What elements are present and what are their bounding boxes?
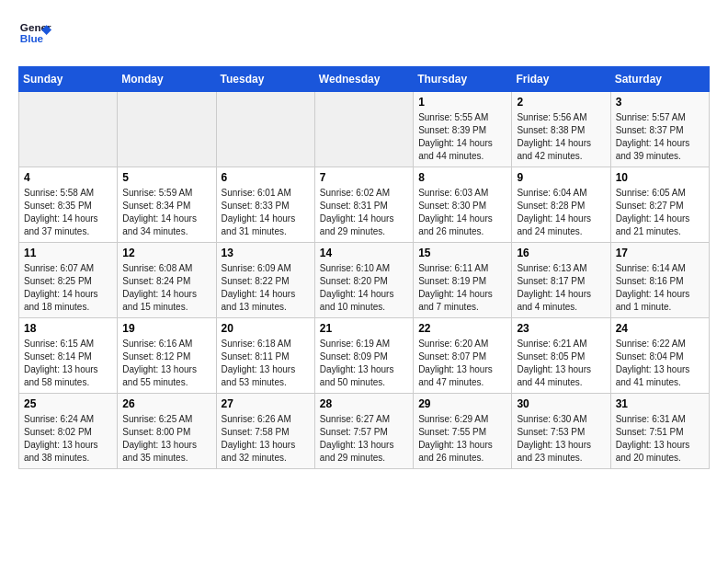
day-number: 30 (517, 397, 605, 410)
day-cell: 10Sunrise: 6:05 AM Sunset: 8:27 PM Dayli… (610, 167, 709, 243)
day-cell: 22Sunrise: 6:20 AM Sunset: 8:07 PM Dayli… (414, 318, 512, 394)
day-cell (19, 92, 118, 167)
day-cell: 27Sunrise: 6:26 AM Sunset: 7:58 PM Dayli… (216, 394, 314, 469)
day-info: Sunrise: 6:20 AM Sunset: 8:07 PM Dayligh… (418, 338, 506, 389)
logo: General Blue (18, 18, 51, 52)
day-number: 6 (222, 171, 310, 184)
day-cell: 6Sunrise: 6:01 AM Sunset: 8:33 PM Daylig… (216, 167, 314, 243)
day-number: 8 (418, 171, 506, 184)
day-cell: 2Sunrise: 5:56 AM Sunset: 8:38 PM Daylig… (512, 92, 610, 167)
day-cell: 30Sunrise: 6:30 AM Sunset: 7:53 PM Dayli… (512, 394, 610, 469)
day-number: 1 (418, 96, 506, 109)
day-info: Sunrise: 6:15 AM Sunset: 8:14 PM Dayligh… (24, 338, 112, 389)
day-info: Sunrise: 6:29 AM Sunset: 7:55 PM Dayligh… (418, 413, 506, 465)
day-info: Sunrise: 6:11 AM Sunset: 8:19 PM Dayligh… (418, 262, 506, 314)
day-info: Sunrise: 5:57 AM Sunset: 8:37 PM Dayligh… (616, 111, 704, 163)
day-info: Sunrise: 5:56 AM Sunset: 8:38 PM Dayligh… (517, 111, 605, 163)
svg-text:Blue: Blue (20, 32, 44, 44)
day-number: 16 (517, 247, 605, 259)
day-number: 7 (320, 171, 408, 184)
day-info: Sunrise: 6:05 AM Sunset: 8:27 PM Dayligh… (616, 187, 704, 238)
day-info: Sunrise: 6:21 AM Sunset: 8:05 PM Dayligh… (517, 338, 605, 389)
page-header: General Blue (18, 18, 710, 52)
week-row-5: 25Sunrise: 6:24 AM Sunset: 8:02 PM Dayli… (19, 394, 710, 469)
day-info: Sunrise: 5:58 AM Sunset: 8:35 PM Dayligh… (24, 187, 112, 238)
day-info: Sunrise: 6:27 AM Sunset: 7:57 PM Dayligh… (320, 413, 408, 465)
day-cell: 15Sunrise: 6:11 AM Sunset: 8:19 PM Dayli… (414, 243, 512, 318)
day-cell: 31Sunrise: 6:31 AM Sunset: 7:51 PM Dayli… (610, 394, 709, 469)
day-info: Sunrise: 5:55 AM Sunset: 8:39 PM Dayligh… (418, 111, 506, 163)
day-cell: 24Sunrise: 6:22 AM Sunset: 8:04 PM Dayli… (610, 318, 709, 394)
day-info: Sunrise: 6:19 AM Sunset: 8:09 PM Dayligh… (320, 338, 408, 389)
day-cell: 11Sunrise: 6:07 AM Sunset: 8:25 PM Dayli… (19, 243, 118, 318)
day-info: Sunrise: 5:59 AM Sunset: 8:34 PM Dayligh… (122, 187, 210, 238)
week-row-4: 18Sunrise: 6:15 AM Sunset: 8:14 PM Dayli… (19, 318, 710, 394)
day-info: Sunrise: 6:18 AM Sunset: 8:11 PM Dayligh… (222, 338, 310, 389)
day-number: 11 (24, 247, 112, 259)
day-info: Sunrise: 6:22 AM Sunset: 8:04 PM Dayligh… (616, 338, 704, 389)
day-number: 2 (517, 96, 605, 109)
week-row-2: 4Sunrise: 5:58 AM Sunset: 8:35 PM Daylig… (19, 167, 710, 243)
day-number: 14 (320, 247, 408, 259)
day-cell: 17Sunrise: 6:14 AM Sunset: 8:16 PM Dayli… (610, 243, 709, 318)
day-info: Sunrise: 6:08 AM Sunset: 8:24 PM Dayligh… (122, 262, 210, 314)
day-cell: 12Sunrise: 6:08 AM Sunset: 8:24 PM Dayli… (118, 243, 216, 318)
day-info: Sunrise: 6:04 AM Sunset: 8:28 PM Dayligh… (517, 187, 605, 238)
day-info: Sunrise: 6:02 AM Sunset: 8:31 PM Dayligh… (320, 187, 408, 238)
day-cell: 28Sunrise: 6:27 AM Sunset: 7:57 PM Dayli… (314, 394, 413, 469)
day-number: 24 (616, 322, 704, 335)
header-cell-sunday: Sunday (19, 67, 118, 92)
day-number: 27 (222, 397, 310, 410)
day-number: 17 (616, 247, 704, 259)
day-cell: 25Sunrise: 6:24 AM Sunset: 8:02 PM Dayli… (19, 394, 118, 469)
header-cell-thursday: Thursday (414, 67, 512, 92)
day-cell: 13Sunrise: 6:09 AM Sunset: 8:22 PM Dayli… (216, 243, 314, 318)
header-cell-friday: Friday (512, 67, 610, 92)
day-cell: 23Sunrise: 6:21 AM Sunset: 8:05 PM Dayli… (512, 318, 610, 394)
day-cell: 7Sunrise: 6:02 AM Sunset: 8:31 PM Daylig… (314, 167, 413, 243)
day-cell: 29Sunrise: 6:29 AM Sunset: 7:55 PM Dayli… (414, 394, 512, 469)
day-cell: 1Sunrise: 5:55 AM Sunset: 8:39 PM Daylig… (414, 92, 512, 167)
day-cell: 21Sunrise: 6:19 AM Sunset: 8:09 PM Dayli… (314, 318, 413, 394)
header-cell-saturday: Saturday (610, 67, 709, 92)
day-number: 25 (24, 397, 112, 410)
day-number: 21 (320, 322, 408, 335)
day-cell (118, 92, 216, 167)
header-cell-wednesday: Wednesday (314, 67, 413, 92)
day-number: 18 (24, 322, 112, 335)
header-row: SundayMondayTuesdayWednesdayThursdayFrid… (19, 67, 710, 92)
week-row-3: 11Sunrise: 6:07 AM Sunset: 8:25 PM Dayli… (19, 243, 710, 318)
day-info: Sunrise: 6:25 AM Sunset: 8:00 PM Dayligh… (122, 413, 210, 465)
day-number: 4 (24, 171, 112, 184)
day-number: 19 (122, 322, 210, 335)
day-info: Sunrise: 6:07 AM Sunset: 8:25 PM Dayligh… (24, 262, 112, 314)
day-number: 28 (320, 397, 408, 410)
day-number: 31 (616, 397, 704, 410)
day-number: 13 (222, 247, 310, 259)
day-info: Sunrise: 6:09 AM Sunset: 8:22 PM Dayligh… (222, 262, 310, 314)
day-cell: 16Sunrise: 6:13 AM Sunset: 8:17 PM Dayli… (512, 243, 610, 318)
day-cell (216, 92, 314, 167)
day-info: Sunrise: 6:03 AM Sunset: 8:30 PM Dayligh… (418, 187, 506, 238)
day-info: Sunrise: 6:31 AM Sunset: 7:51 PM Dayligh… (616, 413, 704, 465)
day-cell: 26Sunrise: 6:25 AM Sunset: 8:00 PM Dayli… (118, 394, 216, 469)
day-info: Sunrise: 6:30 AM Sunset: 7:53 PM Dayligh… (517, 413, 605, 465)
day-cell: 8Sunrise: 6:03 AM Sunset: 8:30 PM Daylig… (414, 167, 512, 243)
day-cell: 9Sunrise: 6:04 AM Sunset: 8:28 PM Daylig… (512, 167, 610, 243)
day-info: Sunrise: 6:16 AM Sunset: 8:12 PM Dayligh… (122, 338, 210, 389)
day-info: Sunrise: 6:14 AM Sunset: 8:16 PM Dayligh… (616, 262, 704, 314)
day-number: 29 (418, 397, 506, 410)
calendar-table: SundayMondayTuesdayWednesdayThursdayFrid… (18, 66, 710, 469)
day-number: 10 (616, 171, 704, 184)
day-info: Sunrise: 6:13 AM Sunset: 8:17 PM Dayligh… (517, 262, 605, 314)
day-cell: 4Sunrise: 5:58 AM Sunset: 8:35 PM Daylig… (19, 167, 118, 243)
day-number: 9 (517, 171, 605, 184)
week-row-1: 1Sunrise: 5:55 AM Sunset: 8:39 PM Daylig… (19, 92, 710, 167)
header-cell-monday: Monday (118, 67, 216, 92)
day-number: 20 (222, 322, 310, 335)
day-number: 22 (418, 322, 506, 335)
day-info: Sunrise: 6:01 AM Sunset: 8:33 PM Dayligh… (222, 187, 310, 238)
day-info: Sunrise: 6:10 AM Sunset: 8:20 PM Dayligh… (320, 262, 408, 314)
day-number: 15 (418, 247, 506, 259)
day-cell: 14Sunrise: 6:10 AM Sunset: 8:20 PM Dayli… (314, 243, 413, 318)
